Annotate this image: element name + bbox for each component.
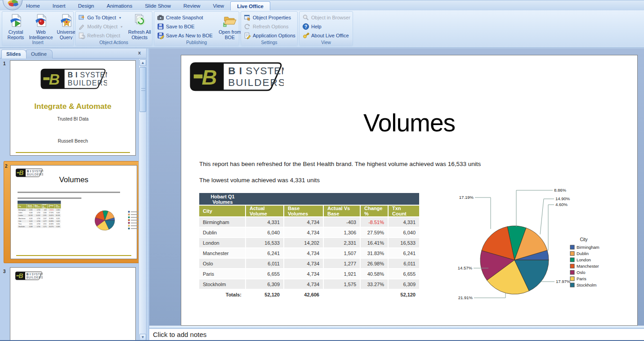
slide-title[interactable]: Volumes <box>181 108 637 137</box>
thumb2-mini-chart <box>94 209 143 234</box>
svg-text:B I SYSTEM: B I SYSTEM <box>68 71 107 79</box>
crystal-reports-button[interactable]: Crystal Reports <box>4 13 28 40</box>
table-cell: 14,202 <box>284 238 324 248</box>
mini-legend-label-bar <box>131 228 139 229</box>
create-snapshot-button[interactable]: Create Snapshot <box>155 13 215 22</box>
table-cell: 1,277 <box>324 259 361 269</box>
ribbon-tab-animations[interactable]: Animations <box>100 1 139 11</box>
notes-pane[interactable]: Click to add notes <box>149 329 644 341</box>
arrow-up-icon: ▲ <box>140 60 146 66</box>
legend-label: Birmingham <box>577 245 599 250</box>
pie-percent-label: 21.91% <box>458 295 473 300</box>
slides-panel-scrollbar[interactable]: ▲ ▼ <box>139 59 146 341</box>
slide-body-text-2[interactable]: The lowest volume achieved was 4,331 uni… <box>199 177 320 184</box>
pie-percent-label: 8.86% <box>554 188 566 193</box>
table-cell: 4,734 <box>284 248 324 259</box>
save-as-new-to-boe-button[interactable]: Save As New to BOE <box>155 31 215 40</box>
slide-number: 3 <box>3 269 6 274</box>
column-header: Txn Count <box>389 206 420 217</box>
slide-thumbnail-1[interactable]: BB I SYSTEMBUILDERS Integrate & Automate… <box>10 60 136 156</box>
ribbon-tab-home[interactable]: Home <box>20 1 46 11</box>
totals-txn: 52,120 <box>389 290 420 300</box>
pie-leader-line <box>516 190 553 227</box>
table-cell: Paris <box>199 269 246 279</box>
table-row-manchester[interactable]: Manchester6,2414,7341,50731.83%6,241 <box>199 248 420 259</box>
mini-legend-swatch <box>128 225 130 226</box>
universe-query-button[interactable]: Universe Query <box>54 13 78 40</box>
help-button[interactable]: ? Help <box>300 22 352 31</box>
object-properties-button[interactable]: Object Properties <box>242 13 297 22</box>
ribbon-tab-live-office[interactable]: Live Office <box>230 1 270 11</box>
volumes-table[interactable]: Hobart Q1Volumes CityActual VolumeBase V… <box>199 193 420 300</box>
scroll-down-button[interactable]: ▼ <box>139 334 146 341</box>
table-cell: 6,011 <box>246 259 284 269</box>
about-live-office-button[interactable]: About Live Office <box>300 31 352 40</box>
table-cell: 6,309 <box>389 279 420 290</box>
button-label: Application Options <box>253 33 295 38</box>
crystal-reports-icon <box>9 13 23 29</box>
object-in-browser-button[interactable]: Object in Browser <box>300 13 352 22</box>
slide-body-text-1[interactable]: This report has been refreshed for the B… <box>199 161 481 167</box>
slide-thumbnail-3[interactable]: BB I SYSTEMBUILDERS <box>10 267 136 341</box>
ribbon-group-view: Object in Browser ? Help About Live Offi… <box>299 11 353 46</box>
legend-swatch-dublin <box>570 251 574 256</box>
refresh-all-objects-icon <box>132 13 147 29</box>
save-to-boe-button[interactable]: Save to BOE <box>155 22 215 31</box>
table-row-paris[interactable]: Paris6,6554,7341,92140.58%6,655 <box>199 269 420 279</box>
refresh-object-button[interactable]: Refresh Object <box>76 31 124 40</box>
thumb1-title: Integrate & Automate <box>10 102 135 111</box>
table-totals-row: Totals: 52,120 42,606 52,120 <box>199 290 420 300</box>
go-to-object-button[interactable]: Go To Object <box>76 13 124 22</box>
thumb1-subtitle: Trusted BI Data <box>10 117 135 121</box>
close-panel-icon[interactable]: x <box>136 50 143 56</box>
ribbon-tab-review[interactable]: Review <box>177 1 207 11</box>
svg-text:BUILDERS: BUILDERS <box>228 77 284 88</box>
refresh-all-objects-button[interactable]: Refresh All Objects <box>127 13 152 40</box>
ribbon-tabs: HomeInsertDesignAnimationsSlide ShowRevi… <box>20 1 270 11</box>
thumb2-title: Volumes <box>11 175 137 184</box>
mini-legend-label-bar <box>131 214 139 215</box>
table-cell: Manchester <box>199 248 246 259</box>
scroll-up-button[interactable]: ▲ <box>139 59 146 66</box>
pie-chart[interactable]: 4.60%14.90%8.86%17.19%14.57%21.91%17.97%… <box>448 184 628 317</box>
table-row-oslo[interactable]: Oslo6,0114,7341,27726.98%6,011 <box>199 259 420 269</box>
web-intelligence-button[interactable]: Web Intelligence <box>29 13 53 40</box>
ribbon-tab-slide-show[interactable]: Slide Show <box>139 1 177 11</box>
table-cell: -8.51% <box>361 217 389 228</box>
table-row-stockholm[interactable]: Stockholm6,3094,7341,57533.27%6,309 <box>199 279 420 290</box>
slides-panel: Slides Outline x 1 BB I SYSTEMBUILDERS I… <box>0 49 147 341</box>
ribbon-tab-design[interactable]: Design <box>72 1 100 11</box>
table-cell: 4,734 <box>284 217 324 228</box>
svg-text:B: B <box>49 71 60 88</box>
modify-object-button[interactable]: Modify Object <box>76 22 124 31</box>
bi-system-builders-logo: BB I SYSTEMBUILDERS <box>40 68 107 92</box>
table-cell: 6,040 <box>246 228 284 238</box>
table-cell: 40.58% <box>361 269 389 279</box>
svg-text:?: ? <box>304 24 307 29</box>
mini-legend-swatch <box>128 220 130 221</box>
tab-outline[interactable]: Outline <box>26 49 53 58</box>
ribbon-tab-view[interactable]: View <box>206 1 230 11</box>
bi-system-builders-logo[interactable]: BB I SYSTEMBUILDERS <box>188 61 284 94</box>
slide-thumbnail-2-selected[interactable]: BB I SYSTEMBUILDERS Volumes <box>4 161 144 263</box>
table-row-dublin[interactable]: Dublin6,0404,7341,30627.59%6,040 <box>199 228 420 238</box>
scrollbar-thumb[interactable] <box>139 67 146 112</box>
slide-canvas[interactable]: BB I SYSTEMBUILDERS Volumes This report … <box>181 55 638 326</box>
svg-text:BUILDERS: BUILDERS <box>68 79 107 87</box>
pie-percent-label: 17.19% <box>459 195 474 200</box>
save-as-new-to-boe-icon <box>157 32 164 39</box>
button-label: About Live Office <box>311 33 349 38</box>
application-options-button[interactable]: Application Options <box>242 31 297 40</box>
table-row-london[interactable]: London16,53314,2022,33116.41%16,533 <box>199 238 420 248</box>
ribbon-tab-insert[interactable]: Insert <box>46 1 72 11</box>
scrollbar-grip <box>141 88 145 91</box>
table-row-birmingham[interactable]: Birmingham4,3314,734-403-8.51%4,331 <box>199 217 420 228</box>
notes-splitter[interactable] <box>149 326 644 329</box>
refresh-options-button[interactable]: Refresh Options <box>242 22 297 31</box>
open-from-boe-button[interactable]: Open from BOE <box>218 13 242 40</box>
tab-slides[interactable]: Slides <box>1 49 27 58</box>
button-label: Web Intelligence <box>29 30 53 40</box>
table-cell: 4,734 <box>284 228 324 238</box>
table-cell: 16.41% <box>361 238 389 248</box>
column-header: Change % <box>361 206 389 217</box>
